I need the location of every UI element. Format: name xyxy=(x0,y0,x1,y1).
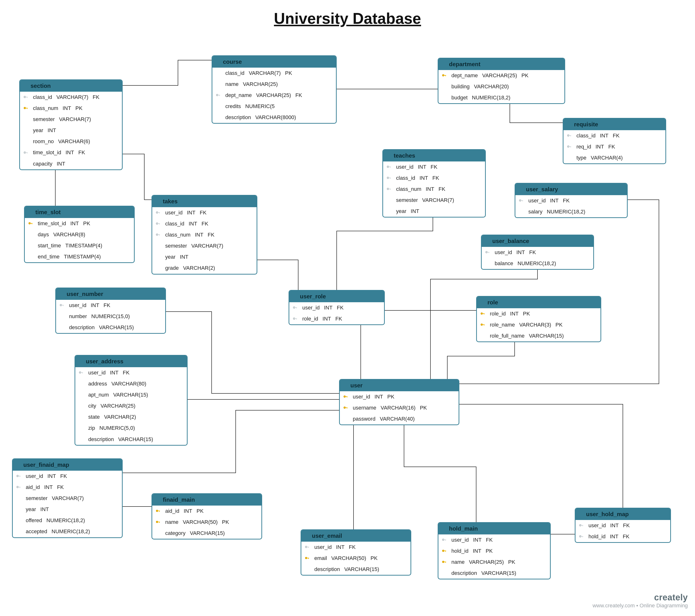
column-name: category xyxy=(165,529,185,537)
column-row: user_idINTFK xyxy=(438,534,550,546)
entity-section[interactable]: sectionclass_idVARCHAR(7)FKclass_numINTP… xyxy=(19,79,123,170)
column-row: user_idINTFK xyxy=(575,520,670,531)
column-type: INT xyxy=(473,536,481,544)
column-type: VARCHAR(25) xyxy=(256,91,291,99)
column-name: role_id xyxy=(490,310,506,318)
column-role: FK xyxy=(337,304,344,312)
column-role: FK xyxy=(623,521,630,530)
column-role: FK xyxy=(349,543,356,551)
connection-line xyxy=(404,425,476,522)
column-name: user_id xyxy=(528,197,546,205)
column-name: aid_id xyxy=(26,483,40,492)
key-fk-icon xyxy=(155,233,161,236)
column-name: zip xyxy=(88,424,95,432)
column-type: INT xyxy=(610,521,618,530)
column-type: VARCHAR(7) xyxy=(52,494,84,502)
column-type: VARCHAR(50) xyxy=(332,554,366,562)
column-row: class_numINTFK xyxy=(152,229,257,240)
key-pk-icon xyxy=(155,510,161,513)
entity-user_finaid_map[interactable]: user_finaid_mapuser_idINTFKaid_idINTFKse… xyxy=(12,459,123,538)
column-type: VARCHAR(15) xyxy=(344,565,379,573)
entity-requisite[interactable]: requisiteclass_idINTFKreq_idINTFKtypeVAR… xyxy=(563,118,666,164)
column-type: INT xyxy=(48,126,56,134)
entity-hold_main[interactable]: hold_mainuser_idINTFKhold_idINTPKnameVAR… xyxy=(438,522,551,579)
column-type: VARCHAR(50) xyxy=(183,518,218,526)
column-row: numberNUMERIC(15,0) xyxy=(56,311,165,322)
entity-header: user_role xyxy=(289,291,384,302)
column-type: TIMESTAMP(4) xyxy=(65,242,102,250)
column-type: VARCHAR(15) xyxy=(529,332,564,340)
column-name: credits xyxy=(225,102,241,111)
column-type: NUMERIC(18,2) xyxy=(472,94,510,102)
entity-takes[interactable]: takesuser_idINTFKclass_idINTFKclass_numI… xyxy=(152,195,257,274)
column-row: nameVARCHAR(50)PK xyxy=(152,517,261,528)
entity-time_slot[interactable]: time_slottime_slot_idINTPKdaysVARCHAR(8)… xyxy=(24,206,135,263)
column-type: INT xyxy=(411,207,419,215)
column-type: VARCHAR(25) xyxy=(101,402,135,410)
entity-header: user_number xyxy=(56,288,165,300)
column-row: role_full_nameVARCHAR(15) xyxy=(477,330,600,342)
entity-role[interactable]: rolerole_idINTPKrole_nameVARCHAR(3)PKrol… xyxy=(476,296,601,342)
key-fk-icon xyxy=(215,94,221,97)
entity-user_hold_map[interactable]: user_hold_mapuser_idINTFKhold_idINTFK xyxy=(575,508,671,543)
column-row: user_idINTFK xyxy=(482,247,593,258)
column-role: FK xyxy=(486,536,493,544)
key-pk-icon xyxy=(23,106,29,110)
column-row: daysVARCHAR(8) xyxy=(25,229,134,240)
entity-user[interactable]: useruser_idINTPKusernameVARCHAR(16)PKpas… xyxy=(339,379,459,425)
entity-department[interactable]: departmentdept_nameVARCHAR(25)PKbuilding… xyxy=(438,58,565,104)
entity-user_salary[interactable]: user_salaryuser_idINTFKsalaryNUMERIC(18,… xyxy=(515,183,628,218)
entity-header: user_hold_map xyxy=(575,509,670,520)
column-type: INT xyxy=(40,505,49,514)
entity-user_number[interactable]: user_numberuser_idINTFKnumberNUMERIC(15,… xyxy=(55,287,166,334)
column-role: PK xyxy=(197,507,203,515)
column-name: offered xyxy=(26,516,42,525)
column-type: INT xyxy=(184,507,192,515)
column-row: semesterVARCHAR(7) xyxy=(13,493,122,504)
column-type: INT xyxy=(324,304,332,312)
column-row: user_idINTFK xyxy=(301,542,410,553)
column-name: password xyxy=(353,415,375,423)
entity-user_role[interactable]: user_roleuser_idINTFKrole_idINTFK xyxy=(289,290,385,325)
column-name: description xyxy=(69,323,95,332)
key-fk-icon xyxy=(566,134,572,137)
column-name: user_id xyxy=(495,248,512,256)
entity-teaches[interactable]: teachesuser_idINTFKclass_idINTFKclass_nu… xyxy=(383,149,486,218)
column-name: user_id xyxy=(69,301,86,310)
column-name: user_id xyxy=(302,304,320,312)
entity-course[interactable]: courseclass_idVARCHAR(7)PKnameVARCHAR(25… xyxy=(211,55,337,124)
column-type: INT xyxy=(610,533,618,541)
key-fk-icon xyxy=(16,475,21,478)
column-role: FK xyxy=(563,197,570,205)
column-row: descriptionVARCHAR(15) xyxy=(75,434,187,445)
key-fk-icon xyxy=(518,199,524,202)
column-name: dept_name xyxy=(225,91,252,99)
entity-finaid_main[interactable]: finaid_mainaid_idINTPKnameVARCHAR(50)PKc… xyxy=(152,493,262,539)
key-pk-icon xyxy=(441,74,447,77)
column-name: name xyxy=(165,518,179,526)
column-row: balanceNUMERIC(18,2) xyxy=(482,258,593,269)
key-fk-icon xyxy=(155,222,161,226)
entity-user_email[interactable]: user_emailuser_idINTFKemailVARCHAR(50)PK… xyxy=(301,529,411,576)
column-type: VARCHAR(15) xyxy=(118,435,153,444)
column-name: user_id xyxy=(88,369,105,377)
column-row: aid_idINTPK xyxy=(152,505,261,517)
key-fk-icon xyxy=(23,96,29,99)
column-type: VARCHAR(7) xyxy=(422,196,454,204)
key-fk-icon xyxy=(78,371,84,374)
column-type: INT xyxy=(600,132,608,140)
key-pk-icon xyxy=(155,520,161,524)
column-type: VARCHAR(7) xyxy=(249,69,281,77)
entity-header: teaches xyxy=(383,150,485,162)
column-type: INT xyxy=(91,301,99,310)
entity-user_balance[interactable]: user_balanceuser_idINTFKbalanceNUMERIC(1… xyxy=(481,235,594,270)
column-name: class_id xyxy=(165,220,184,228)
column-type: INT xyxy=(473,547,481,555)
column-name: accepted xyxy=(26,528,47,536)
key-fk-icon xyxy=(578,524,584,527)
column-row: user_idINTFK xyxy=(515,195,627,206)
connection-line xyxy=(459,200,659,384)
entity-user_address[interactable]: user_addressuser_idINTFKaddressVARCHAR(8… xyxy=(74,355,188,446)
column-type: VARCHAR(2) xyxy=(183,264,215,272)
column-name: balance xyxy=(495,260,513,268)
